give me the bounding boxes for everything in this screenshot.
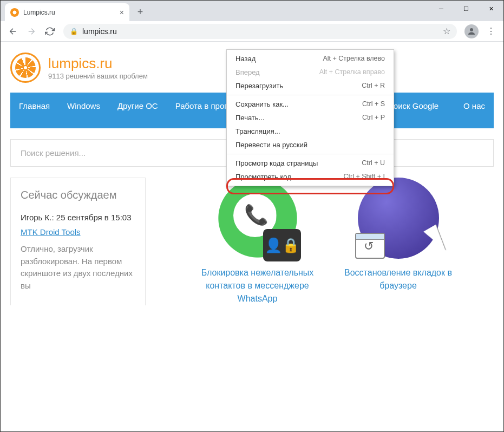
new-tab-button[interactable]: +: [133, 4, 148, 19]
menu-separator: [227, 95, 394, 95]
nav-windows[interactable]: Windows: [58, 93, 109, 128]
menu-item-shortcut: Alt + Стрелка вправо: [319, 68, 385, 76]
back-button[interactable]: [5, 23, 21, 40]
menu-item[interactable]: Трансляция...: [227, 125, 394, 138]
nav-other-os[interactable]: Другие ОС: [109, 93, 167, 128]
svg-point-0: [470, 28, 473, 31]
menu-item[interactable]: ПерезагрузитьCtrl + R: [227, 79, 394, 93]
menu-item-shortcut: Ctrl + R: [362, 82, 385, 90]
profile-button[interactable]: [464, 24, 479, 38]
maximize-button[interactable]: ☐: [454, 1, 479, 17]
address-bar[interactable]: 🔒 lumpics.ru ☆: [63, 24, 457, 39]
minimize-button[interactable]: ─: [429, 1, 454, 17]
menu-item-label: Трансляция...: [235, 127, 280, 135]
menu-item[interactable]: Просмотреть кодCtrl + Shift + I: [227, 170, 394, 184]
menu-item-label: Сохранить как...: [235, 100, 289, 108]
site-title: lumpics.ru: [48, 55, 148, 72]
sidebar-heading: Сейчас обсуждаем: [21, 188, 135, 202]
comment-text: Отлично, загрузчик разблокирован. На пер…: [21, 243, 135, 292]
menu-item[interactable]: НазадAlt + Стрелка влево: [227, 52, 394, 66]
toolbar: 🔒 lumpics.ru ☆ ⋮: [1, 21, 503, 42]
menu-item-label: Вперед: [235, 68, 260, 76]
menu-item-shortcut: Ctrl + Shift + I: [344, 173, 385, 181]
menu-item-label: Перезагрузить: [235, 82, 283, 90]
menu-item-shortcut: Ctrl + U: [362, 159, 385, 167]
url-text: lumpics.ru: [82, 27, 117, 36]
history-badge-icon: [355, 233, 385, 259]
globe-icon: [358, 178, 439, 259]
bookmark-icon[interactable]: ☆: [443, 26, 450, 36]
card-browser-restore[interactable]: Восстановление вкладок в браузере: [339, 178, 458, 305]
logo-icon[interactable]: [10, 53, 41, 83]
tab-title: Lumpics.ru: [23, 9, 115, 16]
menu-item[interactable]: Сохранить как...Ctrl + S: [227, 97, 394, 111]
nav-home[interactable]: Главная: [10, 93, 58, 128]
close-window-button[interactable]: ✕: [479, 1, 503, 17]
menu-separator: [227, 154, 394, 154]
menu-item-shortcut: Alt + Стрелка влево: [323, 55, 385, 63]
card-whatsapp[interactable]: 👤🔒 Блокировка нежелательных контактов в …: [198, 178, 317, 305]
menu-button[interactable]: ⋮: [483, 23, 499, 40]
lock-icon: 🔒: [70, 28, 78, 35]
reload-button[interactable]: [42, 23, 58, 40]
lock-badge-icon: 👤🔒: [263, 229, 301, 261]
menu-item-label: Назад: [235, 55, 256, 63]
comment-author: Игорь К.: 25 сентября в 15:03: [21, 213, 135, 222]
card-title: Блокировка нежелательных контактов в мес…: [198, 266, 317, 305]
menu-item-label: Просмотр кода страницы: [235, 159, 318, 167]
menu-item-shortcut: Ctrl + S: [362, 100, 385, 108]
menu-item-label: Перевести на русский: [235, 141, 307, 149]
titlebar: Lumpics.ru × + ─ ☐ ✕: [1, 1, 503, 21]
nav-about[interactable]: О нас: [455, 93, 494, 128]
site-tagline: 9113 решений ваших проблем: [48, 72, 148, 80]
sidebar: Сейчас обсуждаем Игорь К.: 25 сентября в…: [10, 178, 146, 305]
close-tab-icon[interactable]: ×: [120, 8, 124, 17]
forward-button[interactable]: [23, 23, 40, 40]
menu-item: ВпередAlt + Стрелка вправо: [227, 66, 394, 79]
menu-item-label: Печать...: [235, 114, 264, 122]
menu-item-shortcut: Ctrl + P: [362, 114, 385, 122]
menu-item[interactable]: Перевести на русский: [227, 138, 394, 152]
comment-link[interactable]: MTK Droid Tools: [21, 227, 135, 237]
browser-tab[interactable]: Lumpics.ru ×: [5, 3, 129, 21]
menu-item[interactable]: Просмотр кода страницыCtrl + U: [227, 156, 394, 170]
context-menu: НазадAlt + Стрелка влевоВпередAlt + Стре…: [226, 49, 394, 186]
menu-item[interactable]: Печать...Ctrl + P: [227, 111, 394, 125]
menu-item-label: Просмотреть код: [235, 173, 291, 181]
favicon-icon: [10, 8, 19, 17]
whatsapp-icon: 👤🔒: [217, 178, 298, 259]
card-title: Восстановление вкладок в браузере: [339, 266, 458, 292]
